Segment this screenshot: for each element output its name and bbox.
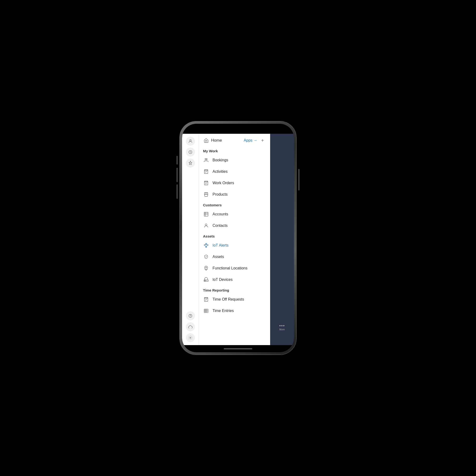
svg-point-6 [206, 158, 207, 160]
sidebar-cloud-icon[interactable] [186, 322, 195, 331]
more-label[interactable]: More [279, 328, 285, 331]
pin-icon [188, 161, 193, 165]
assets-icon-wrap [203, 254, 209, 260]
svg-point-0 [189, 139, 191, 141]
dots-menu [279, 325, 284, 326]
sidebar-person-icon[interactable] [186, 136, 195, 146]
notch-bar [182, 124, 294, 134]
assets-label: Assets [213, 255, 224, 259]
clock-icon [188, 150, 193, 154]
menu-item-functional-locations[interactable]: Functional Locations [199, 262, 270, 274]
functional-locations-icon [204, 266, 209, 271]
products-icon [204, 192, 209, 197]
home-indicator-bar [182, 345, 294, 352]
svg-rect-18 [207, 244, 208, 246]
activities-icon [204, 169, 209, 174]
content-area: Home Apps → + My Work [182, 134, 294, 345]
person-icon [188, 139, 193, 143]
time-entries-icon-wrap [203, 308, 209, 314]
bookings-icon-wrap [203, 157, 209, 163]
dot3 [283, 325, 284, 326]
right-panel: More [270, 134, 294, 345]
sidebar-settings-icon[interactable] [186, 333, 195, 342]
plus-button[interactable]: + [259, 137, 266, 144]
menu-item-accounts[interactable]: Accounts [199, 208, 270, 220]
svg-point-5 [205, 158, 206, 160]
iot-devices-icon [204, 277, 209, 282]
functional-locations-icon-wrap [203, 265, 209, 271]
phone-screen: Home Apps → + My Work [182, 124, 294, 352]
menu-item-activities[interactable]: Activities [199, 166, 270, 177]
contacts-icon [204, 223, 209, 228]
assets-icon [204, 254, 209, 259]
accounts-icon [204, 212, 209, 217]
work-orders-icon-wrap [203, 180, 209, 186]
functional-locations-label: Functional Locations [213, 266, 248, 270]
activities-icon-wrap [203, 169, 209, 175]
home-indicator [224, 348, 252, 349]
menu-item-time-off-requests[interactable]: Time Off Requests [199, 294, 270, 305]
screen-content: Home Apps → + My Work [182, 124, 294, 352]
power-button[interactable] [298, 169, 299, 190]
sidebar-help-icon[interactable] [186, 311, 195, 320]
dot2 [281, 325, 283, 326]
settings-icon [188, 335, 193, 340]
menu-item-contacts[interactable]: Contacts [199, 220, 270, 231]
home-icon-wrap [203, 137, 209, 143]
svg-point-16 [205, 224, 207, 226]
apps-link[interactable]: Apps → [244, 138, 257, 143]
menu-item-work-orders[interactable]: Work Orders [199, 177, 270, 189]
activities-label: Activities [213, 170, 227, 174]
time-off-requests-icon-wrap [203, 296, 209, 303]
iot-devices-label: IoT Devices [213, 277, 233, 282]
products-label: Products [213, 192, 227, 197]
notch [221, 124, 255, 130]
home-icon [204, 138, 209, 143]
iot-alerts-icon [204, 243, 209, 248]
section-time-reporting: Time Reporting [199, 285, 270, 294]
section-customers: Customers [199, 200, 270, 208]
menu-item-iot-alerts[interactable]: IoT Alerts [199, 240, 270, 251]
contacts-icon-wrap [203, 222, 209, 229]
help-icon [188, 313, 193, 318]
svg-rect-17 [204, 244, 205, 246]
iot-alerts-label: IoT Alerts [213, 243, 228, 248]
phone-frame: Home Apps → + My Work [180, 121, 296, 355]
time-off-requests-icon [204, 297, 209, 302]
menu-item-products[interactable]: Products [199, 189, 270, 200]
section-assets: Assets [199, 231, 270, 240]
time-off-requests-label: Time Off Requests [213, 297, 244, 302]
bookings-label: Bookings [213, 158, 228, 162]
sidebar-clock-icon[interactable] [186, 148, 195, 157]
work-orders-icon [204, 180, 209, 186]
volume-up-button[interactable] [177, 168, 178, 182]
iot-alerts-icon-wrap [203, 242, 209, 249]
svg-rect-29 [204, 298, 208, 302]
volume-down-button[interactable] [177, 185, 178, 199]
work-orders-label: Work Orders [213, 181, 234, 185]
right-bottom-area: More [279, 325, 285, 345]
svg-rect-27 [205, 280, 206, 281]
svg-rect-15 [204, 212, 208, 216]
menu-home-row[interactable]: Home Apps → + [199, 134, 270, 146]
time-entries-icon [204, 308, 209, 313]
home-label: Home [211, 138, 242, 143]
dot1 [279, 325, 281, 326]
menu-item-assets[interactable]: Assets [199, 251, 270, 262]
sidebar-pin-icon[interactable] [186, 158, 195, 168]
menu-item-iot-devices[interactable]: IoT Devices [199, 274, 270, 285]
menu-item-time-entries[interactable]: Time Entries [199, 305, 270, 317]
products-icon-wrap [203, 191, 209, 198]
cloud-icon [188, 324, 193, 329]
svg-point-4 [190, 337, 191, 339]
sidebar [182, 134, 199, 345]
accounts-icon-wrap [203, 211, 209, 217]
bookings-icon [204, 157, 209, 163]
svg-point-25 [206, 267, 207, 268]
accounts-label: Accounts [213, 212, 228, 216]
menu-item-bookings[interactable]: Bookings [199, 154, 270, 166]
svg-rect-32 [204, 309, 208, 313]
mute-button[interactable] [177, 156, 178, 165]
iot-devices-icon-wrap [203, 276, 209, 283]
time-entries-label: Time Entries [213, 309, 234, 313]
